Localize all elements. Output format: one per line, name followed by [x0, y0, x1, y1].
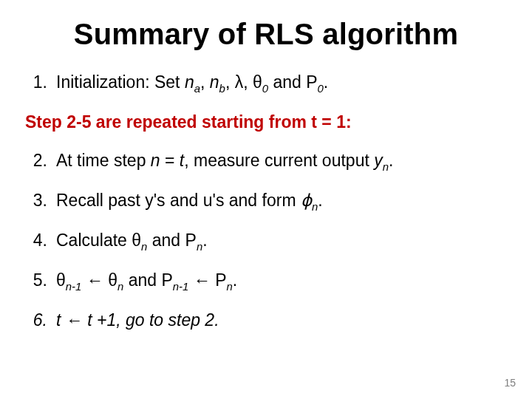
step-2-number: 2. [25, 150, 56, 174]
step-4-number: 4. [25, 230, 56, 253]
page-number: 15 [504, 377, 516, 389]
step-6-number: 6. [25, 310, 56, 332]
step-2: 2. At time step n = t, measure current o… [25, 150, 507, 174]
step-4: 4. Calculate θn and Pn. [25, 230, 507, 253]
step-5-number: 5. [25, 270, 56, 293]
slide-body: 1. Initialization: Set na, nb, λ, θ0 and… [25, 72, 507, 332]
repeat-note: Step 2-5 are repeated starting from t = … [25, 112, 507, 134]
step-3-number: 3. [25, 190, 56, 214]
step-6-text: t ← t +1, go to step 2. [56, 310, 507, 332]
slide-title: Summary of RLS algorithm [25, 18, 507, 51]
step-5-text: θn-1 ← θn and Pn-1 ← Pn. [56, 270, 507, 293]
step-3-text: Recall past y's and u's and form ϕn. [56, 190, 507, 214]
step-2-text: At time step n = t, measure current outp… [56, 150, 507, 174]
slide: Summary of RLS algorithm 1. Initializati… [0, 0, 532, 399]
step-3: 3. Recall past y's and u's and form ϕn. [25, 190, 507, 214]
step-6: 6. t ← t +1, go to step 2. [25, 310, 507, 332]
repeat-note-text: Step 2-5 are repeated starting from t = … [25, 112, 507, 134]
step-5: 5. θn-1 ← θn and Pn-1 ← Pn. [25, 270, 507, 293]
step-1: 1. Initialization: Set na, nb, λ, θ0 and… [25, 72, 507, 95]
step-1-number: 1. [25, 72, 56, 95]
step-1-text: Initialization: Set na, nb, λ, θ0 and P0… [56, 72, 507, 95]
step-4-text: Calculate θn and Pn. [56, 230, 507, 253]
